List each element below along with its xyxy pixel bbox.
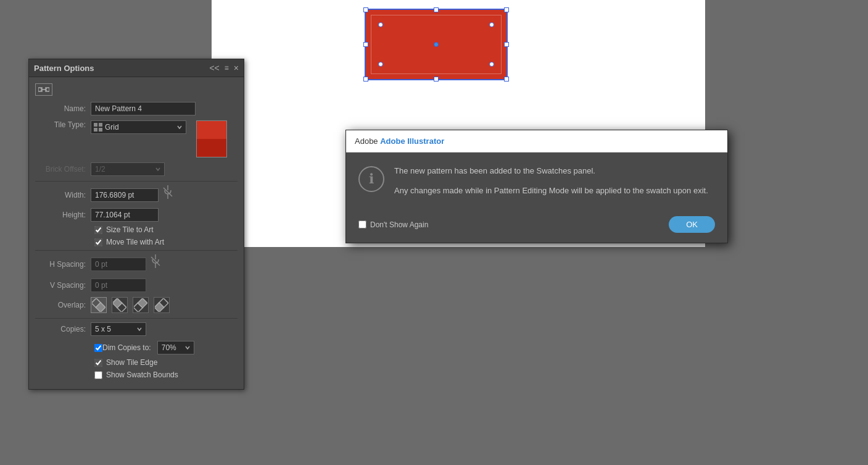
handle-bc[interactable] — [434, 77, 439, 82]
h-spacing-label: H Spacing: — [35, 260, 91, 269]
overlap-row: Overlap: — [35, 297, 238, 313]
dialog-title-illustrator: Adobe Illustrator — [380, 136, 444, 146]
width-input[interactable] — [91, 188, 159, 202]
dialog-content: The new pattern has been added to the Sw… — [394, 165, 715, 204]
move-tile-checkbox[interactable] — [94, 238, 102, 246]
dialog-info-icon: ℹ — [358, 166, 384, 192]
divider3 — [35, 318, 238, 319]
ok-button[interactable]: OK — [669, 216, 715, 233]
expand-icon-button[interactable] — [35, 83, 52, 96]
v-spacing-input[interactable] — [91, 279, 146, 292]
copies-label: Copies: — [35, 325, 91, 333]
move-tile-row: Move Tile with Art — [35, 238, 238, 246]
show-tile-edge-label: Show Tile Edge — [106, 358, 157, 367]
handle-center[interactable] — [434, 42, 439, 47]
show-tile-edge-checkbox[interactable] — [94, 359, 102, 367]
dim-copies-checkbox[interactable] — [94, 344, 102, 352]
brick-offset-label: Brick Offset: — [35, 165, 91, 174]
size-tile-label: Size Tile to Art — [106, 225, 154, 234]
corner-tr — [489, 22, 494, 27]
handle-ml[interactable] — [363, 42, 368, 47]
show-swatch-bounds-label: Show Swatch Bounds — [106, 371, 178, 379]
handle-mr[interactable] — [504, 42, 509, 47]
show-swatch-bounds-row: Show Swatch Bounds — [35, 371, 238, 379]
pattern-options-panel: Pattern Options << ≡ × Name: — [28, 59, 244, 390]
panel-collapse-button[interactable]: << — [209, 63, 219, 73]
svg-rect-14 — [96, 303, 105, 312]
copies-row: Copies: 5 x 5 3 x 3 7 x 7 — [35, 322, 238, 336]
panel-controls: << ≡ × — [209, 63, 239, 73]
panel-close-button[interactable]: × — [234, 63, 239, 73]
adobe-illustrator-dialog: Adobe Adobe Illustrator ℹ The new patter… — [345, 130, 728, 243]
dialog-body: ℹ The new pattern has been added to the … — [346, 153, 727, 216]
show-tile-edge-row: Show Tile Edge — [35, 358, 238, 367]
tile-type-select[interactable]: Grid Brick by Row Brick by Column Hex by… — [91, 120, 186, 134]
svg-rect-20 — [155, 303, 164, 312]
dialog-title-adobe: Adobe — [355, 136, 380, 146]
height-row: Height: — [35, 208, 238, 222]
handle-tl[interactable] — [363, 7, 368, 12]
panel-title: Pattern Options — [34, 64, 94, 73]
panel-menu-button[interactable]: ≡ — [225, 64, 229, 72]
tile-type-row: Tile Type: Grid Brick by Row Brick by Co… — [35, 120, 238, 157]
svg-rect-18 — [138, 298, 147, 308]
dialog-message1: The new pattern has been added to the Sw… — [394, 165, 715, 177]
width-row: Width: — [35, 185, 238, 204]
icon-row — [35, 83, 238, 96]
panel-titlebar: Pattern Options << ≡ × — [29, 59, 244, 77]
dont-show-label: Don't Show Again — [370, 220, 428, 229]
size-tile-checkbox[interactable] — [94, 226, 102, 234]
width-label: Width: — [35, 191, 91, 199]
h-spacing-link-icon — [150, 254, 161, 274]
svg-rect-0 — [38, 88, 42, 91]
overlap-label: Overlap: — [35, 301, 91, 309]
dim-copies-select[interactable]: 70% 50% 30% — [157, 341, 194, 354]
name-label: Name: — [35, 104, 91, 113]
move-tile-label: Move Tile with Art — [106, 238, 164, 246]
dont-show-checkbox[interactable] — [358, 220, 366, 228]
corner-br — [489, 62, 494, 67]
copies-select[interactable]: 5 x 5 3 x 3 7 x 7 — [91, 322, 146, 336]
dont-show-row: Don't Show Again — [358, 220, 428, 229]
handle-br[interactable] — [504, 77, 509, 82]
dialog-message2: Any changes made while in Pattern Editin… — [394, 185, 715, 197]
svg-rect-1 — [46, 88, 49, 91]
size-tile-row: Size Tile to Art — [35, 225, 238, 234]
handle-bl[interactable] — [363, 77, 368, 82]
v-spacing-label: V Spacing: — [35, 281, 91, 290]
corner-bl — [378, 62, 383, 67]
height-input[interactable] — [91, 208, 159, 222]
name-input[interactable] — [91, 102, 196, 115]
tile-type-label: Tile Type: — [35, 120, 91, 129]
panel-body: Name: Tile Type: Grid Brick by Row Brick… — [29, 77, 244, 389]
height-label: Height: — [35, 211, 91, 219]
h-spacing-input[interactable] — [91, 258, 146, 271]
overlap-btn-4[interactable] — [154, 297, 170, 313]
handle-tr[interactable] — [504, 7, 509, 12]
dialog-footer: Don't Show Again OK — [346, 216, 727, 243]
dim-copies-row: Dim Copies to: 70% 50% 30% — [35, 341, 238, 354]
link-icon[interactable] — [162, 185, 173, 204]
h-spacing-row: H Spacing: — [35, 254, 238, 274]
v-spacing-row: V Spacing: — [35, 279, 238, 292]
corner-tl — [378, 22, 383, 27]
brick-offset-select: 1/2 — [91, 162, 165, 176]
overlap-buttons — [91, 297, 172, 313]
divider2 — [35, 250, 238, 251]
pattern-preview-canvas — [365, 9, 508, 80]
divider1 — [35, 181, 238, 182]
handle-tc[interactable] — [434, 7, 439, 12]
dim-copies-label: Dim Copies to: — [102, 343, 151, 352]
brick-offset-row: Brick Offset: 1/2 — [35, 162, 238, 176]
overlap-btn-1[interactable] — [91, 297, 107, 313]
overlap-btn-3[interactable] — [133, 297, 149, 313]
tile-swatch-preview — [196, 120, 227, 157]
name-row: Name: — [35, 102, 238, 115]
overlap-btn-2[interactable] — [112, 297, 128, 313]
dialog-titlebar: Adobe Adobe Illustrator — [346, 130, 727, 153]
pattern-rect — [365, 9, 508, 80]
show-swatch-bounds-checkbox[interactable] — [94, 371, 102, 379]
svg-rect-16 — [113, 298, 122, 308]
